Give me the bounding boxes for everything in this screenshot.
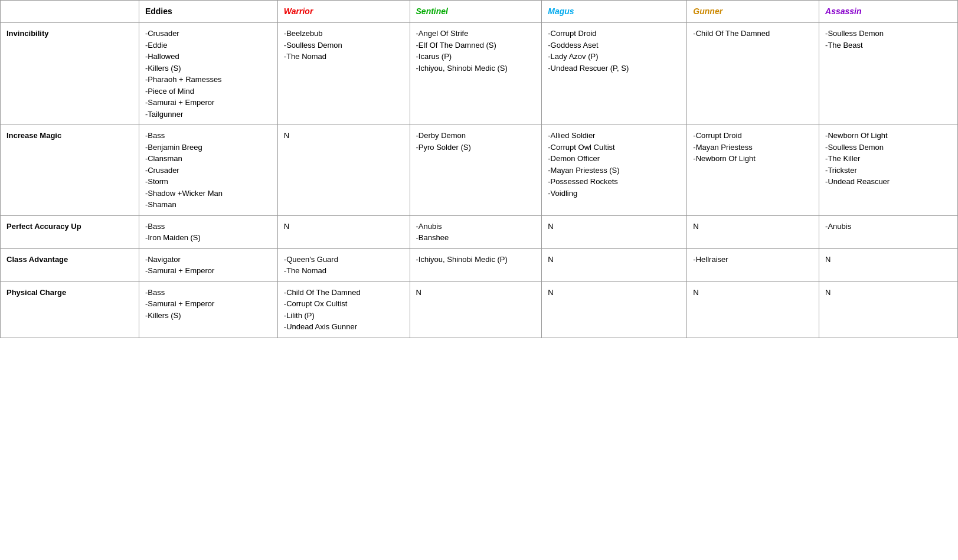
cell-gunner-4: N <box>687 281 819 338</box>
cell-eddies-4: -Bass-Samurai + Emperor-Killers (S) <box>139 281 277 338</box>
cell-warrior-3: -Queen's Guard-The Nomad <box>277 248 410 281</box>
cell-sentinel-0: -Angel Of Strife-Elf Of The Damned (S)-I… <box>410 23 542 125</box>
cell-magus-4: N <box>542 281 687 338</box>
cell-gunner-2: N <box>687 215 819 248</box>
table-row: Physical Charge-Bass-Samurai + Emperor-K… <box>1 281 958 338</box>
header-gunner: Gunner <box>687 1 819 23</box>
row-label-0: Invincibility <box>1 23 139 125</box>
header-magus: Magus <box>542 1 687 23</box>
row-label-3: Class Advantage <box>1 248 139 281</box>
cell-gunner-0: -Child Of The Damned <box>687 23 819 125</box>
cell-assassin-4: N <box>819 281 958 338</box>
cell-sentinel-2: -Anubis-Banshee <box>410 215 542 248</box>
cell-magus-2: N <box>542 215 687 248</box>
cell-sentinel-1: -Derby Demon-Pyro Solder (S) <box>410 125 542 216</box>
cell-eddies-2: -Bass-Iron Maiden (S) <box>139 215 277 248</box>
header-eddies: Eddies <box>139 1 277 23</box>
cell-magus-3: N <box>542 248 687 281</box>
cell-warrior-2: N <box>277 215 410 248</box>
table-row: Increase Magic-Bass-Benjamin Breeg-Clans… <box>1 125 958 216</box>
row-label-4: Physical Charge <box>1 281 139 338</box>
header-warrior: Warrior <box>277 1 410 23</box>
cell-magus-0: -Corrupt Droid-Goddess Aset-Lady Azov (P… <box>542 23 687 125</box>
cell-sentinel-4: N <box>410 281 542 338</box>
cell-gunner-1: -Corrupt Droid-Mayan Priestess-Newborn O… <box>687 125 819 216</box>
cell-eddies-3: -Navigator-Samurai + Emperor <box>139 248 277 281</box>
row-label-2: Perfect Accuracy Up <box>1 215 139 248</box>
cell-eddies-0: -Crusader-Eddie-Hallowed-Killers (S)-Pha… <box>139 23 277 125</box>
cell-gunner-3: -Hellraiser <box>687 248 819 281</box>
main-table-wrapper: Eddies Warrior Sentinel Magus Gunner Ass… <box>0 0 958 338</box>
cell-sentinel-3: -Ichiyou, Shinobi Medic (P) <box>410 248 542 281</box>
row-label-1: Increase Magic <box>1 125 139 216</box>
cell-warrior-1: N <box>277 125 410 216</box>
cell-magus-1: -Allied Soldier-Corrupt Owl Cultist-Demo… <box>542 125 687 216</box>
cell-warrior-4: -Child Of The Damned-Corrupt Ox Cultist-… <box>277 281 410 338</box>
cell-assassin-1: -Newborn Of Light-Soulless Demon-The Kil… <box>819 125 958 216</box>
table-row: Invincibility-Crusader-Eddie-Hallowed-Ki… <box>1 23 958 125</box>
cell-warrior-0: -Beelzebub-Soulless Demon-The Nomad <box>277 23 410 125</box>
header-sentinel: Sentinel <box>410 1 542 23</box>
table-row: Class Advantage-Navigator-Samurai + Empe… <box>1 248 958 281</box>
cell-eddies-1: -Bass-Benjamin Breeg-Clansman-Crusader-S… <box>139 125 277 216</box>
header-assassin: Assassin <box>819 1 958 23</box>
cell-assassin-0: -Soulless Demon-The Beast <box>819 23 958 125</box>
cell-assassin-2: -Anubis <box>819 215 958 248</box>
table-row: Perfect Accuracy Up-Bass-Iron Maiden (S)… <box>1 215 958 248</box>
header-empty <box>1 1 139 23</box>
header-row: Eddies Warrior Sentinel Magus Gunner Ass… <box>1 1 958 23</box>
data-table: Eddies Warrior Sentinel Magus Gunner Ass… <box>0 0 958 338</box>
cell-assassin-3: N <box>819 248 958 281</box>
